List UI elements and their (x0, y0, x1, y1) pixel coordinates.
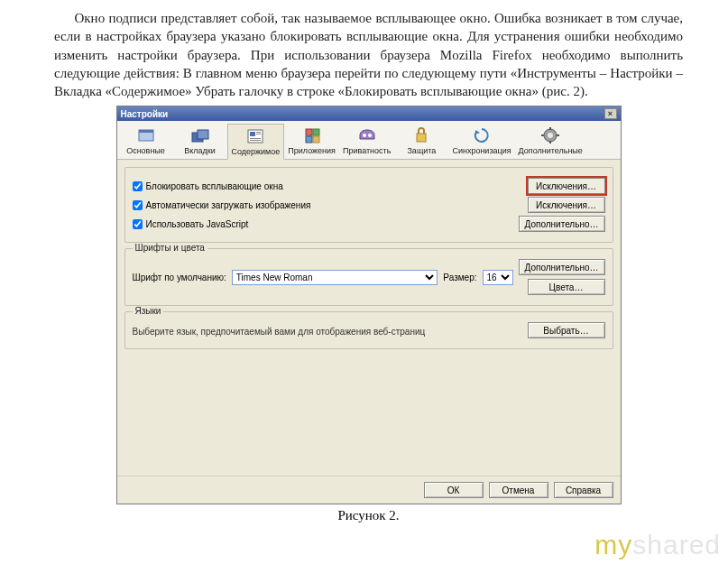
svg-rect-8 (250, 138, 261, 139)
svg-rect-5 (250, 132, 255, 136)
svg-rect-9 (250, 140, 261, 141)
svg-rect-3 (198, 130, 208, 139)
svg-point-19 (548, 133, 553, 138)
svg-rect-1 (139, 130, 153, 133)
content-icon (244, 126, 266, 146)
checkbox-load-images[interactable]: Автоматически загружать изображения (133, 200, 311, 210)
ok-button[interactable]: ОК (424, 482, 484, 498)
svg-rect-7 (256, 134, 261, 134)
intro-paragraph: Окно подписи представляет собой, так наз… (54, 9, 683, 100)
size-label: Размер: (443, 273, 476, 282)
fonts-advanced-button[interactable]: Дополнительно… (519, 259, 605, 275)
svg-rect-11 (313, 129, 319, 135)
tab-security[interactable]: Защита (394, 124, 448, 159)
figure-caption: Рисунок 2. (54, 508, 683, 523)
tab-advanced[interactable]: Дополнительные (515, 124, 586, 159)
advanced-icon (539, 125, 561, 145)
svg-rect-13 (313, 136, 319, 143)
applications-icon (301, 125, 323, 145)
cancel-button[interactable]: Отмена (489, 482, 548, 498)
colors-button[interactable]: Цвета… (528, 279, 605, 295)
default-font-label: Шрифт по умолчанию: (133, 273, 226, 282)
choose-language-button[interactable]: Выбрать… (528, 322, 605, 338)
tab-privacy[interactable]: Приватность (339, 124, 394, 159)
tab-tabs[interactable]: Вкладки (173, 124, 227, 159)
checkbox-use-js[interactable]: Использовать JavaScript (133, 219, 249, 229)
svg-rect-16 (417, 134, 426, 142)
svg-rect-20 (549, 127, 551, 130)
fonts-title: Шрифты и цвета (133, 243, 207, 253)
tabstrip: Основные Вкладки Содержимое (117, 121, 621, 160)
tab-content[interactable]: Содержимое (227, 124, 285, 160)
button-bar: ОК Отмена Справка (117, 476, 621, 504)
blank-area (124, 355, 613, 472)
size-select[interactable]: 16 (483, 270, 513, 285)
settings-dialog: Настройки × Основные Вкладки (116, 106, 622, 504)
languages-title: Языки (133, 306, 164, 316)
advanced-js-button[interactable]: Дополнительно… (519, 216, 605, 232)
tabs-icon (189, 125, 211, 145)
sync-icon (471, 125, 493, 145)
exceptions-button-popups[interactable]: Исключения… (528, 178, 605, 194)
group-languages: Языки Выберите язык, предпочитаемый вами… (124, 311, 613, 349)
svg-rect-10 (306, 129, 312, 135)
svg-rect-22 (541, 134, 544, 136)
window-title: Настройки (121, 109, 169, 119)
titlebar: Настройки × (117, 106, 621, 121)
svg-rect-12 (306, 136, 312, 143)
exceptions-button-images[interactable]: Исключения… (528, 197, 605, 213)
tab-sync[interactable]: Синхронизация (448, 124, 514, 159)
svg-marker-17 (475, 130, 480, 134)
font-select[interactable]: Times New Roman (232, 270, 438, 285)
watermark: myshared (594, 530, 721, 560)
group-content: Блокировать всплывающие окна Исключения…… (124, 167, 613, 243)
svg-point-15 (368, 134, 372, 137)
help-button[interactable]: Справка (554, 482, 613, 498)
group-fonts: Шрифты и цвета Шрифт по умолчанию: Times… (124, 248, 613, 306)
languages-desc: Выберите язык, предпочитаемый вами для о… (133, 327, 426, 337)
tab-applications[interactable]: Приложения (284, 124, 339, 159)
checkbox-block-popups[interactable]: Блокировать всплывающие окна (133, 181, 283, 191)
close-icon[interactable]: × (604, 108, 617, 119)
svg-rect-6 (256, 132, 261, 133)
svg-rect-23 (557, 134, 559, 136)
privacy-icon (356, 125, 378, 145)
security-icon (410, 125, 432, 145)
tab-general[interactable]: Основные (119, 124, 173, 159)
general-icon (135, 125, 157, 145)
svg-point-14 (363, 134, 366, 137)
svg-rect-21 (549, 141, 551, 143)
